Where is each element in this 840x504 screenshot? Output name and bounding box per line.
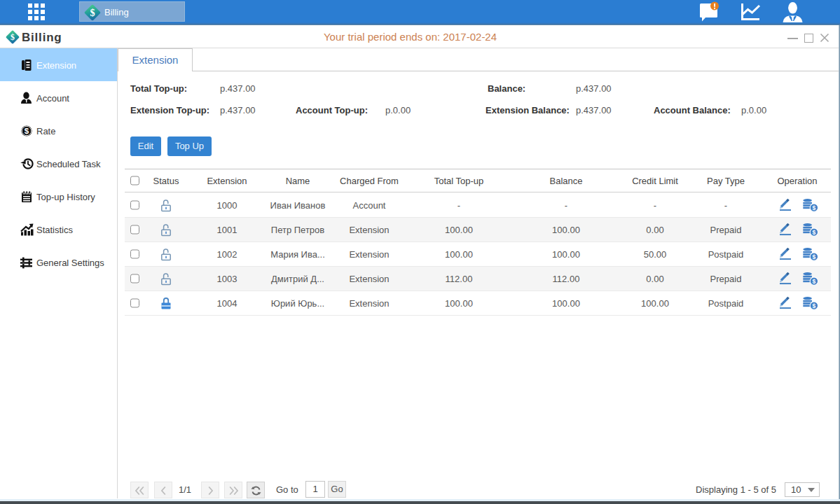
svg-text:$: $ (813, 204, 816, 211)
svg-text:$: $ (813, 229, 816, 236)
svg-text:$: $ (813, 253, 816, 260)
svg-text:$: $ (25, 127, 29, 135)
svg-text:$: $ (11, 32, 15, 42)
svg-text:$: $ (90, 7, 95, 18)
svg-text:$: $ (813, 278, 816, 285)
svg-text:$: $ (813, 302, 816, 309)
